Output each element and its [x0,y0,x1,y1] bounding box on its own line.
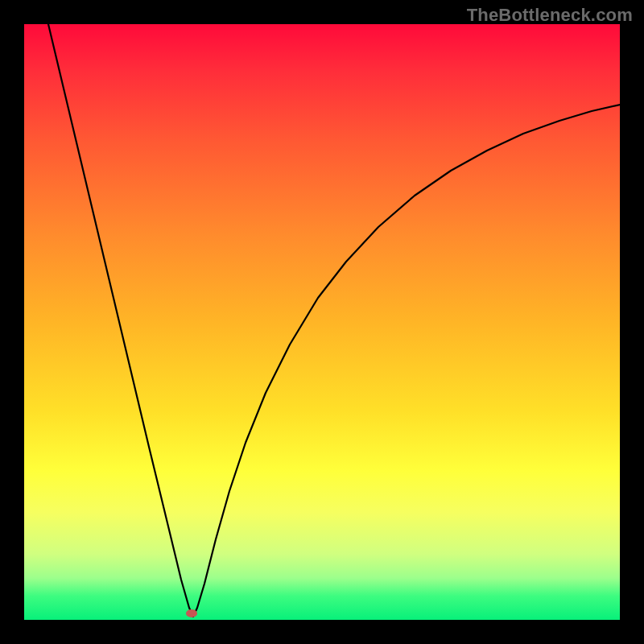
chart-frame [24,24,620,620]
watermark-text: TheBottleneck.com [467,5,633,26]
chart-svg [24,24,620,620]
bottleneck-curve [48,24,620,617]
minimum-marker [186,609,197,617]
